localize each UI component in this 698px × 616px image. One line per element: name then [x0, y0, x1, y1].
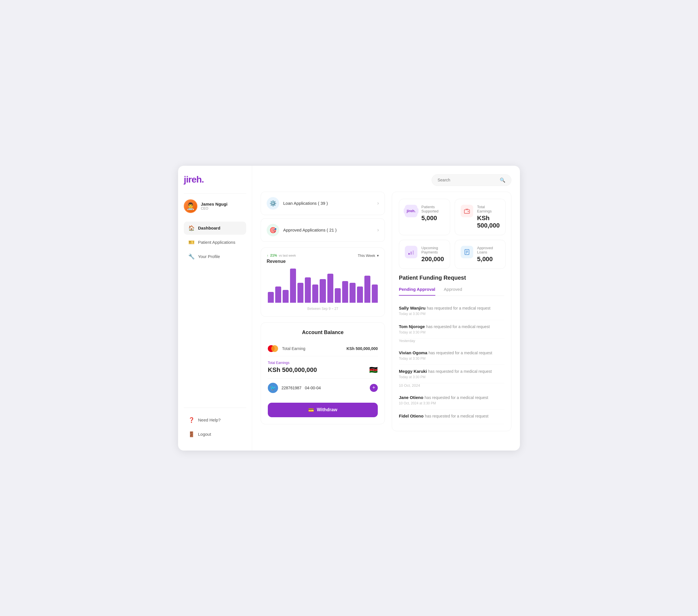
stat-upcoming-payments: Upcoming Payments 200,000: [399, 240, 450, 269]
sidebar: jireh. James Ngugi CEO 🏠 Dashboard 🎫 Pat…: [178, 166, 252, 450]
total-earnings-label: Total Earnings: [268, 361, 378, 365]
sidebar-item-need-help[interactable]: ❓ Need Help?: [184, 414, 246, 427]
chart-bar: [312, 285, 318, 302]
request-group-today: Sally Wanjiru has requested for a medica…: [399, 302, 504, 339]
left-panel: ⚙️ Loan Applications ( 39 ) › 🎯 Approved…: [261, 192, 385, 424]
chart-bar: [342, 281, 348, 303]
stat-label-patients: Patients Supported: [421, 205, 444, 213]
request-item: Vivian Ogoma has requested for a medical…: [399, 346, 504, 365]
approved-applications-action[interactable]: 🎯 Approved Applications ( 21 ) ›: [261, 218, 385, 242]
request-item: Tom Njoroge has requested for a medical …: [399, 320, 504, 339]
request-desc-5: has requested for a medical request: [424, 395, 488, 400]
loan-applications-action[interactable]: ⚙️ Loan Applications ( 39 ) ›: [261, 192, 385, 215]
total-earning-label: Total Earning: [282, 346, 343, 351]
requester-name-6: Fidel Otieno: [399, 414, 424, 418]
chart-bar: [268, 292, 274, 303]
request-item: Meggy Karuki has requested for a medical…: [399, 365, 504, 383]
stat-info-payments: Upcoming Payments 200,000: [421, 246, 444, 263]
request-desc-6: has requested for a medical request: [425, 414, 488, 418]
approved-applications-label: Approved Applications ( 21 ): [283, 228, 373, 232]
chart-bar: [320, 279, 326, 302]
stat-value-loans: 5,000: [477, 256, 500, 263]
user-section: James Ngugi CEO: [184, 199, 246, 213]
header: 🔍: [261, 174, 512, 186]
chart-vs-label: vs last week: [279, 254, 296, 257]
requester-name-2: Tom Njoroge: [399, 324, 425, 329]
stat-approved-loans: Approved Loans 5,000: [455, 240, 506, 269]
stat-value-earnings: KSh 500,000: [477, 214, 500, 229]
stat-info-loans: Approved Loans 5,000: [477, 246, 500, 263]
total-earning-row: Total Earning KSh 500,000,000: [268, 341, 378, 356]
stat-info-patients: Patients Supported 5,000: [421, 205, 444, 222]
account-row: 🐦 228761987 04-00-04 +: [268, 379, 378, 397]
add-account-button[interactable]: +: [370, 384, 378, 392]
request-group-oct10: 10 Oct, 2024 Jane Otieno has requested f…: [399, 383, 504, 424]
sidebar-bottom: ❓ Need Help? 🚪 Logout: [184, 407, 246, 442]
quick-actions: ⚙️ Loan Applications ( 39 ) › 🎯 Approved…: [261, 192, 385, 242]
search-input[interactable]: [437, 178, 497, 182]
total-earnings-block: Total Earnings KSh 500,000,000 🇰🇪: [268, 356, 378, 379]
chart-bar: [357, 286, 363, 303]
withdraw-label: Withdraw: [317, 407, 337, 412]
kenya-flag-icon: 🇰🇪: [369, 366, 378, 374]
time-label-oct10: 10 Oct, 2024: [399, 383, 504, 388]
app-logo: jireh.: [184, 174, 246, 185]
withdraw-button[interactable]: 💳 Withdraw: [268, 403, 378, 417]
funding-request-title: Patient Funding Request: [399, 274, 504, 281]
request-time-4: Today at 3:30 PM: [399, 375, 504, 379]
sidebar-item-label: Your Profile: [198, 254, 220, 259]
chart-bar: [297, 283, 304, 302]
chart-bar: [335, 288, 341, 303]
svg-rect-2: [408, 253, 410, 255]
request-time-1: Today at 3:30 PM: [399, 312, 504, 316]
help-icon: ❓: [188, 417, 195, 423]
tools-icon: 🔧: [188, 254, 195, 260]
stat-label-loans: Approved Loans: [477, 246, 500, 254]
svg-rect-4: [413, 250, 414, 255]
time-label-yesterday: Yesterday: [399, 339, 504, 343]
chart-bar: [364, 276, 371, 303]
sidebar-item-dashboard[interactable]: 🏠 Dashboard: [184, 221, 246, 235]
chart-bar: [305, 277, 311, 302]
chart-period-label: This Week: [358, 254, 375, 258]
total-earning-value: KSh 500,000,000: [346, 346, 378, 351]
chart-header: ↑ 21% vs last week Revenue This Week ▾: [267, 254, 379, 264]
request-desc-4: has requested for a medical request: [428, 369, 492, 374]
loan-applications-label: Loan Applications ( 39 ): [283, 201, 373, 206]
account-balance-title: Account Balance: [268, 330, 378, 335]
request-group-yesterday: Yesterday Vivian Ogoma has requested for…: [399, 339, 504, 383]
sidebar-item-logout[interactable]: 🚪 Logout: [184, 428, 246, 441]
book-stat-icon: [461, 246, 473, 258]
chevron-right-icon: ›: [377, 200, 379, 206]
sidebar-item-patient-applications[interactable]: 🎫 Patient Applications: [184, 236, 246, 249]
search-bar[interactable]: 🔍: [432, 174, 512, 186]
account-code: 04-00-04: [305, 386, 321, 390]
wallet-icon: 💳: [308, 407, 314, 413]
tab-approved[interactable]: Approved: [444, 287, 462, 296]
jireh-stat-icon: jireh.: [405, 205, 417, 217]
sidebar-item-label: Need Help?: [198, 417, 221, 422]
main-content: 🔍 ⚙️ Loan Applications ( 39 ) ›: [252, 166, 520, 450]
chart-section: ↑ 21% vs last week Revenue This Week ▾: [261, 247, 385, 317]
chevron-right-icon-2: ›: [377, 227, 379, 233]
sidebar-item-your-profile[interactable]: 🔧 Your Profile: [184, 250, 246, 263]
mastercard-icon: [268, 345, 278, 352]
stat-patients-supported: jireh. Patients Supported 5,000: [399, 199, 450, 235]
stats-grid: jireh. Patients Supported 5,000 Total Ea…: [399, 199, 504, 269]
jireh-brand: jireh.: [404, 207, 418, 214]
approved-icon-circle: 🎯: [267, 224, 279, 237]
chevron-down-icon: ▾: [377, 254, 379, 258]
request-item: Jane Otieno has requested for a medical …: [399, 391, 504, 410]
ticket-icon: 🎫: [188, 239, 195, 245]
request-item: Fidel Otieno has requested for a medical…: [399, 410, 504, 424]
sidebar-item-label: Dashboard: [198, 226, 220, 230]
bluebird-icon: 🐦: [268, 383, 278, 393]
tab-pending-approval[interactable]: Pending Approval: [399, 287, 435, 296]
stat-label-earnings: Total Earnings: [477, 205, 500, 213]
target-icon: 🎯: [269, 227, 277, 233]
chart-title: Revenue: [267, 259, 296, 264]
avatar: [184, 199, 197, 213]
request-desc-3: has requested for a medical request: [429, 350, 492, 355]
chart-period-selector[interactable]: This Week ▾: [358, 254, 379, 258]
request-desc-2: has requested for a medical request: [426, 324, 490, 329]
